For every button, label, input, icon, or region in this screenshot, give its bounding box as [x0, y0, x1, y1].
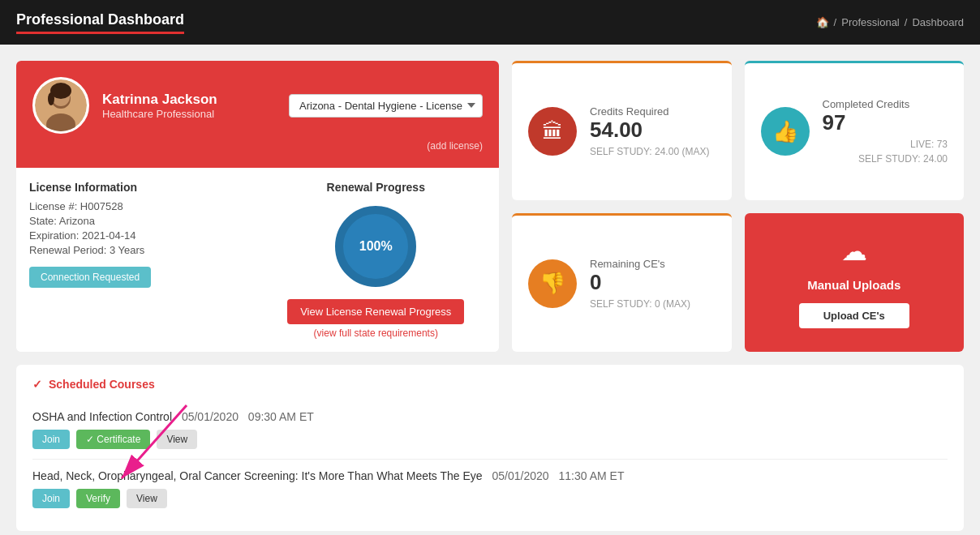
completed-credits-self: SELF STUDY: 24.00	[823, 153, 948, 165]
license-state: State: Arizona	[29, 215, 250, 227]
breadcrumb: 🏠 / Professional / Dashboard	[816, 16, 964, 28]
upload-cloud-icon: ☁	[841, 236, 867, 267]
view-renewal-button[interactable]: View License Renewal Progress	[287, 299, 464, 324]
course-1-time: 09:30 AM ET	[248, 410, 314, 423]
license-info-title: License Information	[29, 181, 250, 194]
renewal-title: Renewal Progress	[327, 181, 425, 194]
check-icon: ✓	[32, 378, 42, 391]
remaining-ces-value: 0	[590, 270, 716, 295]
completed-credits-live: LIVE: 73	[823, 139, 948, 150]
course-2-time: 11:30 AM ET	[559, 469, 625, 482]
license-select[interactable]: Arizona - Dental Hygiene - License	[289, 94, 483, 118]
completed-credits-icon: 👍	[761, 107, 810, 156]
credits-required-value: 54.00	[590, 118, 716, 143]
scheduled-courses-card: ✓ Scheduled Courses OSHA and Infection C…	[16, 365, 964, 531]
completed-credits-value: 97	[823, 110, 948, 135]
course-item-1: OSHA and Infection Control 05/01/2020 09…	[32, 400, 948, 460]
completed-credits-card: 👍 Completed Credits 97 LIVE: 73 SELF STU…	[745, 61, 965, 200]
course-2-view-button[interactable]: View	[127, 489, 167, 508]
credits-required-card: 🏛 Credits Required 54.00 SELF STUDY: 24.…	[512, 61, 732, 200]
course-1-date: 05/01/2020	[182, 410, 239, 423]
add-license-link[interactable]: (add license)	[427, 140, 483, 152]
course-2-verify-button[interactable]: Verify	[76, 489, 120, 508]
credits-required-sub: SELF STUDY: 24.00 (MAX)	[590, 146, 716, 157]
manual-uploads-title: Manual Uploads	[807, 278, 900, 292]
renewal-circle: 100%	[331, 202, 420, 291]
breadcrumb-professional: Professional	[841, 16, 900, 28]
upload-ces-button[interactable]: Upload CE's	[799, 303, 909, 328]
home-icon[interactable]: 🏠	[816, 16, 829, 28]
scheduled-courses-title: Scheduled Courses	[49, 378, 155, 391]
course-1-title: OSHA and Infection Control 05/01/2020 09…	[32, 410, 948, 423]
header: Professional Dashboard 🏠 / Professional …	[0, 0, 980, 45]
remaining-ces-icon: 👎	[528, 259, 577, 308]
course-1-certificate-button[interactable]: ✓ Certificate	[76, 430, 150, 449]
course-1-join-button[interactable]: Join	[32, 430, 70, 449]
license-number: License #: H007528	[29, 200, 250, 212]
completed-credits-label: Completed Credits	[823, 98, 948, 110]
course-2-title: Head, Neck, Oropharyngeal, Oral Cancer S…	[32, 469, 948, 482]
header-title: Professional Dashboard	[16, 11, 184, 34]
svg-point-5	[48, 92, 54, 105]
course-2-date: 05/01/2020	[492, 469, 549, 482]
view-state-requirements-link[interactable]: (view full state requirements)	[314, 327, 438, 339]
course-1-name: OSHA and Infection Control	[32, 410, 172, 423]
course-1-view-button[interactable]: View	[157, 430, 197, 449]
remaining-ces-label: Remaining CE's	[590, 258, 716, 270]
connection-requested-button[interactable]: Connection Requested	[29, 267, 151, 288]
license-renewal: Renewal Period: 3 Years	[29, 244, 250, 256]
credits-required-icon: 🏛	[528, 107, 577, 156]
credits-required-label: Credits Required	[590, 105, 716, 118]
course-2-name: Head, Neck, Oropharyngeal, Oral Cancer S…	[32, 469, 483, 482]
license-expiration: Expiration: 2021-04-14	[29, 229, 250, 242]
remaining-ces-card: 👎 Remaining CE's 0 SELF STUDY: 0 (MAX)	[512, 213, 732, 353]
renewal-percent: 100%	[359, 239, 393, 254]
profile-card: Katrinna Jackson Healthcare Professional…	[16, 61, 499, 352]
course-2-join-button[interactable]: Join	[32, 489, 70, 508]
remaining-ces-sub: SELF STUDY: 0 (MAX)	[590, 298, 716, 310]
profile-role: Healthcare Professional	[102, 108, 217, 120]
course-item-2: Head, Neck, Oropharyngeal, Oral Cancer S…	[32, 460, 948, 518]
profile-name: Katrinna Jackson	[102, 92, 217, 108]
manual-uploads-card: ☁ Manual Uploads Upload CE's	[745, 213, 965, 353]
breadcrumb-dashboard: Dashboard	[912, 16, 964, 28]
avatar	[32, 77, 89, 134]
